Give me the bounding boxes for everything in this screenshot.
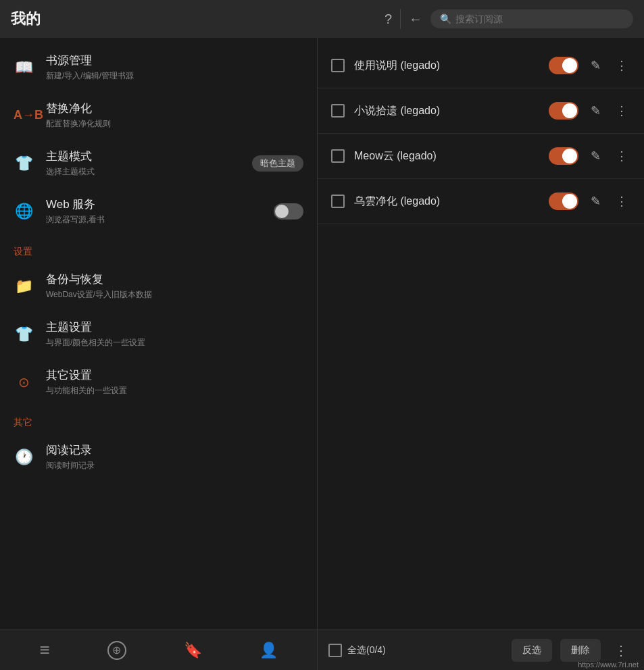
text-icon: A→B	[14, 108, 34, 122]
theme-settings-title: 主题设置	[46, 319, 303, 335]
search-icon: 🔍	[440, 14, 451, 24]
back-icon[interactable]: ←	[409, 11, 422, 27]
right-panel: 使用说明 (legado) ✎ ⋮ 小说拾遗 (legado) ✎ ⋮ Meow…	[318, 38, 644, 629]
reading-record-title: 阅读记录	[46, 442, 303, 458]
menu-item-theme-settings[interactable]: 👕 主题设置 与界面/颜色相关的一些设置	[0, 310, 317, 358]
inverse-button[interactable]: 反选	[512, 639, 552, 662]
source-name-1: 使用说明 (legado)	[354, 59, 539, 73]
nav-explore[interactable]: ⊕	[107, 641, 126, 660]
source-edit-icon-3[interactable]: ✎	[588, 146, 603, 166]
source-checkbox-2[interactable]	[331, 104, 345, 118]
source-toggle-3[interactable]	[549, 147, 578, 165]
source-edit-icon-4[interactable]: ✎	[588, 191, 603, 211]
theme-settings-icon: 👕	[14, 326, 34, 343]
nav-bookmark[interactable]: 🔖	[184, 642, 202, 659]
bottom-nav: ≡ ⊕ 🔖 👤	[0, 630, 318, 670]
source-name-4: 乌雲净化 (legado)	[354, 195, 539, 209]
more-icon[interactable]: ⋮	[609, 640, 633, 661]
web-service-subtitle: 浏览器写源,看书	[46, 214, 262, 226]
source-item-4: 乌雲净化 (legado) ✎ ⋮	[318, 179, 644, 224]
book-icon: 📖	[14, 59, 34, 76]
folder-icon: 📁	[14, 278, 34, 295]
source-more-icon-4[interactable]: ⋮	[613, 191, 630, 211]
replace-clean-subtitle: 配置替换净化规则	[46, 118, 303, 130]
source-toggle-1[interactable]	[549, 57, 578, 74]
bottom-bar: ≡ ⊕ 🔖 👤 全选(0/4) 反选 删除 ⋮	[0, 629, 644, 670]
source-toggle-2[interactable]	[549, 102, 578, 120]
delete-button[interactable]: 删除	[560, 639, 601, 662]
theme-settings-subtitle: 与界面/颜色相关的一些设置	[46, 337, 303, 349]
nav-profile[interactable]: 👤	[259, 642, 278, 659]
menu-item-web-service[interactable]: 🌐 Web 服务 浏览器写源,看书	[0, 187, 317, 235]
select-all-checkbox[interactable]	[328, 644, 342, 657]
source-checkbox-4[interactable]	[331, 195, 345, 208]
reading-record-subtitle: 阅读时间记录	[46, 460, 303, 471]
menu-item-backup[interactable]: 📁 备份与恢复 WebDav设置/导入旧版本数据	[0, 262, 317, 310]
other-settings-title: 其它设置	[46, 367, 303, 383]
backup-subtitle: WebDav设置/导入旧版本数据	[46, 289, 303, 301]
clock-icon: 🕐	[14, 448, 34, 466]
source-edit-icon-2[interactable]: ✎	[588, 101, 603, 121]
page-title: 我的	[11, 9, 41, 29]
source-edit-icon-1[interactable]: ✎	[588, 55, 603, 76]
help-icon[interactable]: ?	[385, 11, 392, 27]
bottom-actions: 全选(0/4) 反选 删除 ⋮	[318, 639, 644, 662]
book-source-subtitle: 新建/导入/编辑/管理书源	[46, 70, 303, 82]
web-icon: 🌐	[14, 203, 34, 220]
select-all-label: 全选(0/4)	[347, 644, 386, 656]
source-checkbox-3[interactable]	[331, 149, 345, 163]
source-name-3: Meow云 (legado)	[354, 149, 539, 163]
source-more-icon-1[interactable]: ⋮	[613, 55, 630, 76]
source-name-2: 小说拾遗 (legado)	[354, 104, 539, 118]
source-more-icon-3[interactable]: ⋮	[613, 146, 630, 166]
web-service-toggle[interactable]	[274, 203, 303, 220]
section-settings: 设置	[0, 235, 317, 262]
source-item-2: 小说拾遗 (legado) ✎ ⋮	[318, 88, 644, 134]
select-all-area: 全选(0/4)	[328, 644, 503, 657]
theme-icon: 👕	[14, 155, 34, 172]
web-service-title: Web 服务	[46, 197, 262, 212]
source-item-1: 使用说明 (legado) ✎ ⋮	[318, 43, 644, 88]
menu-item-replace-clean[interactable]: A→B 替换净化 配置替换净化规则	[0, 91, 317, 139]
top-bar: 我的 ? ← 🔍	[0, 0, 644, 38]
left-panel: 📖 书源管理 新建/导入/编辑/管理书源 A→B 替换净化 配置替换净化规则 👕…	[0, 38, 318, 629]
theme-mode-title: 主题模式	[46, 149, 240, 164]
source-checkbox-1[interactable]	[331, 59, 345, 72]
source-item-3: Meow云 (legado) ✎ ⋮	[318, 134, 644, 179]
theme-badge: 暗色主题	[252, 155, 303, 172]
main-content: 📖 书源管理 新建/导入/编辑/管理书源 A→B 替换净化 配置替换净化规则 👕…	[0, 38, 644, 629]
divider	[400, 9, 401, 29]
menu-item-book-source[interactable]: 📖 书源管理 新建/导入/编辑/管理书源	[0, 43, 317, 91]
search-input[interactable]	[455, 14, 624, 24]
nav-bookshelf[interactable]: ≡	[39, 640, 49, 661]
source-toggle-4[interactable]	[549, 192, 578, 210]
source-more-icon-2[interactable]: ⋮	[613, 101, 630, 121]
replace-clean-title: 替换净化	[46, 101, 303, 116]
settings-icon: ⊙	[14, 374, 34, 390]
menu-item-theme-mode[interactable]: 👕 主题模式 选择主题模式 暗色主题	[0, 139, 317, 187]
theme-mode-subtitle: 选择主题模式	[46, 166, 240, 178]
other-settings-subtitle: 与功能相关的一些设置	[46, 385, 303, 396]
section-other: 其它	[0, 406, 317, 433]
search-bar[interactable]: 🔍	[430, 9, 633, 28]
backup-title: 备份与恢复	[46, 272, 303, 287]
menu-item-reading-record[interactable]: 🕐 阅读记录 阅读时间记录	[0, 433, 317, 481]
book-source-title: 书源管理	[46, 53, 303, 68]
menu-item-other-settings[interactable]: ⊙ 其它设置 与功能相关的一些设置	[0, 358, 317, 406]
